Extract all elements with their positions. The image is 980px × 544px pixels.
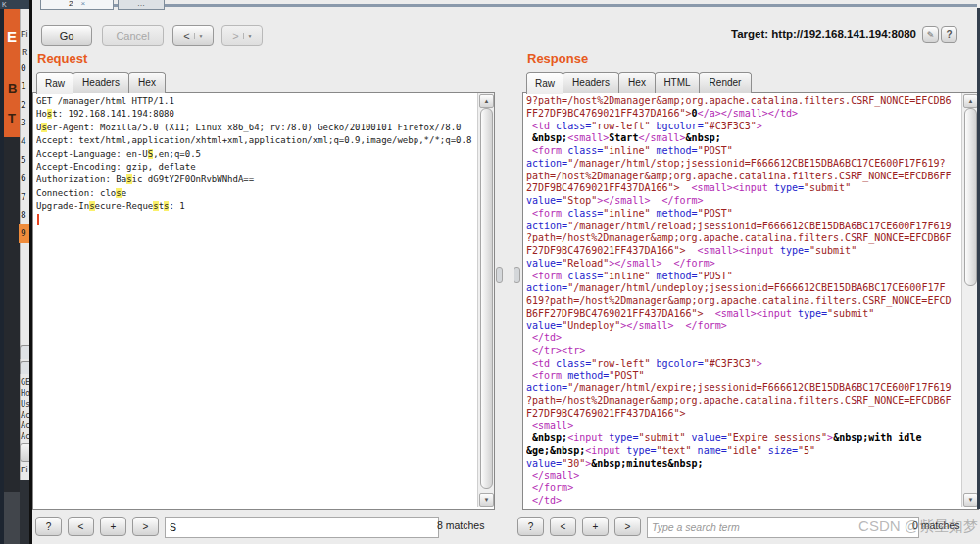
background-filter-fragment: Fi bbox=[21, 465, 28, 474]
scrollbar-thumb[interactable] bbox=[480, 108, 493, 489]
next-request-button[interactable]: > ▼ bbox=[221, 25, 263, 46]
help-button[interactable]: ? bbox=[941, 26, 957, 43]
response-scrollbar[interactable]: ▲ ▼ bbox=[961, 93, 978, 507]
request-tab-hex[interactable]: Hex bbox=[128, 72, 166, 93]
repeater-tab-2[interactable]: 2 × bbox=[40, 0, 114, 10]
background-titlebar-text-left: K bbox=[2, 0, 7, 9]
scrollbar-thumb[interactable] bbox=[964, 108, 977, 286]
request-search-next-button[interactable]: > bbox=[132, 517, 159, 536]
background-letter: E bbox=[7, 28, 17, 45]
edit-target-button[interactable]: ✎ bbox=[922, 26, 939, 43]
background-letter: T bbox=[8, 111, 16, 125]
go-button[interactable]: Go bbox=[41, 25, 92, 46]
background-tab-fragment: R bbox=[22, 47, 28, 57]
response-tab-hex[interactable]: Hex bbox=[618, 72, 656, 93]
tabstrip-line bbox=[40, 4, 977, 7]
scroll-down-icon[interactable]: ▼ bbox=[963, 493, 978, 507]
request-panel-title: Request bbox=[37, 51, 87, 66]
repeater-tab-more[interactable]: … bbox=[118, 0, 165, 10]
response-tab-headers[interactable]: Headers bbox=[563, 72, 619, 93]
chevron-down-icon[interactable]: ▼ bbox=[194, 33, 207, 39]
repeater-tab-label: 2 bbox=[69, 0, 73, 8]
response-search-options-button[interactable]: + bbox=[582, 517, 609, 536]
response-search-help-button[interactable]: ? bbox=[517, 517, 544, 536]
chevron-down-icon[interactable]: ▼ bbox=[243, 33, 256, 39]
request-search-help-button[interactable]: ? bbox=[35, 517, 62, 536]
response-search-prev-button[interactable]: < bbox=[550, 517, 576, 536]
scroll-up-icon[interactable]: ▲ bbox=[963, 94, 978, 108]
request-search-prev-button[interactable]: < bbox=[68, 517, 94, 536]
background-dark-middle bbox=[4, 137, 20, 492]
background-dark-bottom bbox=[4, 492, 20, 544]
response-panel-title: Response bbox=[527, 51, 588, 66]
background-orange-strip: E B T bbox=[4, 9, 20, 137]
request-raw-text: GET /manager/html HTTP/1.1Host: 192.168.… bbox=[36, 95, 477, 214]
pencil-icon: ✎ bbox=[927, 30, 935, 40]
request-search-matches: 8 matches bbox=[437, 519, 484, 531]
splitter-grip[interactable] bbox=[496, 267, 503, 283]
more-tabs-icon: … bbox=[137, 0, 145, 8]
help-icon: ? bbox=[946, 29, 952, 40]
prev-request-button[interactable]: < ▼ bbox=[172, 25, 214, 46]
watermark: CSDN @紫星如梦 bbox=[845, 518, 978, 536]
scroll-up-icon[interactable]: ▲ bbox=[479, 94, 494, 108]
request-scrollbar[interactable]: ▲ ▼ bbox=[477, 93, 494, 507]
request-tab-headers[interactable]: Headers bbox=[73, 72, 129, 93]
response-editor[interactable]: 9?path=/host%2Dmanager&amp;org.apache.ca… bbox=[522, 92, 979, 510]
response-tab-raw[interactable]: Raw bbox=[526, 72, 564, 94]
request-editor[interactable]: GET /manager/html HTTP/1.1Host: 192.168.… bbox=[32, 92, 495, 510]
target-url: Target: http://192.168.141.194:8080 bbox=[588, 28, 916, 40]
splitter-grip[interactable] bbox=[514, 267, 520, 283]
close-tab-icon[interactable]: × bbox=[80, 0, 85, 8]
request-tab-raw[interactable]: Raw bbox=[36, 72, 74, 94]
left-arrow-icon: < bbox=[179, 30, 194, 42]
response-search-next-button[interactable]: > bbox=[614, 517, 641, 536]
request-search-options-button[interactable]: + bbox=[100, 517, 126, 536]
scroll-down-icon[interactable]: ▼ bbox=[479, 493, 494, 507]
right-arrow-icon: > bbox=[228, 30, 243, 42]
background-letter: B bbox=[8, 81, 17, 96]
text-cursor bbox=[37, 214, 39, 225]
request-search-input[interactable] bbox=[165, 517, 439, 538]
response-tab-render[interactable]: Render bbox=[699, 72, 752, 93]
background-menu-fragment: Fi bbox=[21, 29, 28, 39]
cancel-button[interactable]: Cancel bbox=[102, 25, 164, 46]
response-raw-text: 9?path=/host%2Dmanager&amp;org.apache.ca… bbox=[526, 95, 961, 508]
response-tab-html[interactable]: HTML bbox=[655, 72, 700, 93]
